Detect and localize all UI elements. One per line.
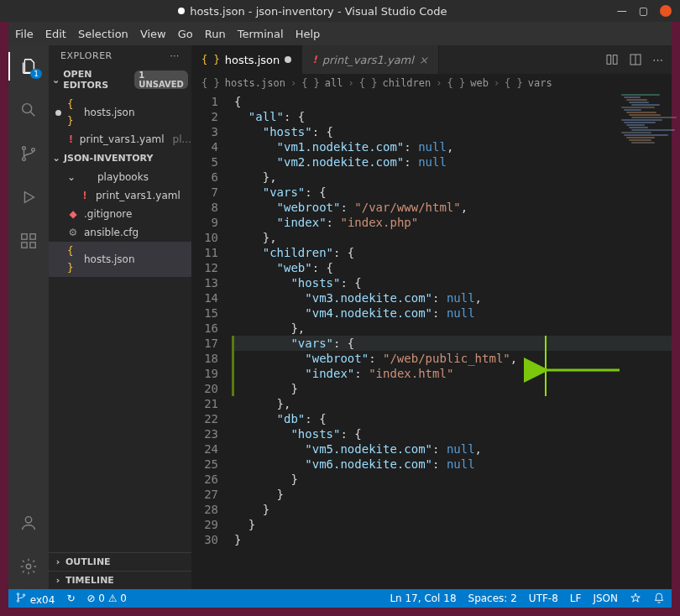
more-icon[interactable]: ⋯ bbox=[652, 54, 663, 66]
dirty-dot-icon bbox=[178, 8, 185, 14]
feedback-icon[interactable] bbox=[630, 593, 641, 604]
breadcrumb-segment[interactable]: hosts.json bbox=[225, 77, 285, 89]
svg-point-1 bbox=[23, 147, 26, 150]
breadcrumb-segment[interactable]: vars bbox=[528, 77, 552, 89]
timeline-section[interactable]: › TIMELINE bbox=[49, 571, 191, 589]
yaml-file-icon: ! bbox=[67, 131, 75, 148]
bell-icon[interactable] bbox=[653, 593, 665, 604]
os-titlebar: hosts.json - json-inventory - Visual Stu… bbox=[0, 0, 680, 22]
status-lang[interactable]: JSON bbox=[593, 593, 618, 604]
line-gutter: 1234567891011121314151617181920212223242… bbox=[191, 92, 232, 589]
open-editor-item[interactable]: !print_vars1.yamlpl... bbox=[49, 130, 191, 149]
svg-point-2 bbox=[23, 158, 26, 161]
svg-point-8 bbox=[25, 517, 31, 523]
svg-rect-4 bbox=[22, 234, 27, 239]
window-title: hosts.json - json-inventory - Visual Stu… bbox=[190, 5, 447, 18]
file-tree-item[interactable]: ⌄playbooks bbox=[49, 168, 191, 186]
menu-view[interactable]: View bbox=[140, 28, 166, 40]
sidebar-title: EXPLORER bbox=[60, 50, 112, 61]
activity-settings[interactable] bbox=[8, 552, 49, 581]
activity-explorer[interactable]: 1 bbox=[8, 52, 49, 81]
workspace-header[interactable]: ⌄ JSON-INVENTORY bbox=[49, 150, 191, 166]
breadcrumb-segment[interactable]: children bbox=[382, 77, 431, 89]
compare-icon[interactable] bbox=[605, 53, 619, 66]
breadcrumb-segment[interactable]: web bbox=[470, 77, 489, 89]
status-problems[interactable]: ⊘ 0 ⚠ 0 bbox=[86, 593, 127, 604]
status-eol[interactable]: LF bbox=[570, 593, 582, 604]
minimize-button[interactable]: — bbox=[617, 5, 627, 17]
activity-run-debug[interactable] bbox=[8, 183, 49, 211]
menu-help[interactable]: Help bbox=[296, 28, 321, 40]
status-branch[interactable]: ex04 bbox=[15, 592, 55, 606]
sidebar: EXPLORER ⋯ ⌄ OPEN EDITORS 1 UNSAVED { }h… bbox=[49, 45, 191, 589]
menu-bar: File Edit Selection View Go Run Terminal… bbox=[8, 22, 672, 45]
split-icon[interactable] bbox=[629, 53, 642, 66]
svg-point-15 bbox=[17, 599, 18, 601]
gear-icon bbox=[19, 557, 38, 576]
branch-icon bbox=[19, 144, 38, 163]
menu-file[interactable]: File bbox=[15, 28, 34, 40]
svg-point-16 bbox=[23, 593, 24, 595]
sidebar-more-icon[interactable]: ⋯ bbox=[170, 50, 180, 61]
svg-rect-10 bbox=[607, 55, 611, 65]
file-tree-item[interactable]: ◆.gitignore bbox=[49, 205, 191, 223]
status-encoding[interactable]: UTF-8 bbox=[529, 593, 558, 604]
svg-point-0 bbox=[23, 104, 32, 113]
svg-rect-5 bbox=[30, 234, 35, 239]
file-tree-item[interactable]: { }hosts.json bbox=[49, 242, 191, 277]
git-file-icon: ◆ bbox=[67, 206, 79, 222]
file-tree-item[interactable]: ⚙ansible.cfg bbox=[49, 223, 191, 242]
editor-tab[interactable]: !print_vars1.yaml× bbox=[302, 45, 439, 74]
activity-extensions[interactable] bbox=[8, 227, 49, 255]
menu-run[interactable]: Run bbox=[205, 28, 226, 40]
editor-group: { }hosts.json!print_vars1.yaml× ⋯ { }hos… bbox=[191, 45, 672, 589]
object-icon: { } bbox=[359, 77, 378, 89]
outline-section[interactable]: › OUTLINE bbox=[49, 552, 191, 571]
explorer-badge: 1 bbox=[30, 69, 42, 79]
breadcrumb[interactable]: { }hosts.json›{ }all›{ }children›{ }web›… bbox=[191, 74, 672, 92]
code-editor[interactable]: 1234567891011121314151617181920212223242… bbox=[191, 92, 672, 589]
svg-rect-7 bbox=[30, 243, 35, 248]
status-spaces[interactable]: Spaces: 2 bbox=[468, 593, 517, 604]
svg-point-9 bbox=[26, 564, 31, 569]
yaml-file-icon: ! bbox=[79, 187, 91, 204]
dirty-dot-icon bbox=[55, 110, 61, 116]
activity-search[interactable] bbox=[8, 96, 49, 124]
open-editors-header[interactable]: ⌄ OPEN EDITORS 1 UNSAVED bbox=[49, 66, 191, 93]
open-editor-item[interactable]: { }hosts.json bbox=[49, 95, 191, 130]
minimap[interactable] bbox=[620, 94, 670, 195]
svg-rect-11 bbox=[613, 55, 617, 65]
object-icon: { } bbox=[201, 77, 220, 89]
breadcrumb-segment[interactable]: all bbox=[325, 77, 343, 89]
menu-selection[interactable]: Selection bbox=[78, 28, 128, 40]
chevron-right-icon: › bbox=[54, 575, 62, 586]
object-icon: { } bbox=[301, 77, 320, 89]
close-button[interactable] bbox=[660, 5, 672, 17]
svg-point-14 bbox=[17, 593, 18, 594]
chevron-down-icon: ⌄ bbox=[67, 169, 76, 185]
status-sync[interactable]: ↻ bbox=[66, 593, 75, 604]
file-tree-item[interactable]: !print_vars1.yaml bbox=[49, 186, 191, 205]
status-lncol[interactable]: Ln 17, Col 18 bbox=[390, 593, 456, 604]
tab-bar: { }hosts.json!print_vars1.yaml× ⋯ bbox=[191, 45, 672, 74]
object-icon: { } bbox=[447, 77, 466, 89]
chevron-down-icon: ⌄ bbox=[52, 75, 60, 86]
maximize-button[interactable]: ▢ bbox=[639, 5, 648, 17]
menu-go[interactable]: Go bbox=[178, 28, 193, 40]
svg-point-3 bbox=[32, 149, 35, 152]
activity-bar: 1 bbox=[8, 45, 49, 589]
status-bar: ex04 ↻ ⊘ 0 ⚠ 0 Ln 17, Col 18 Spaces: 2 U… bbox=[8, 589, 672, 608]
user-icon bbox=[19, 514, 38, 532]
activity-account[interactable] bbox=[8, 509, 49, 537]
unsaved-badge: 1 UNSAVED bbox=[134, 70, 188, 89]
json-file-icon: { } bbox=[201, 54, 220, 65]
chevron-right-icon: › bbox=[54, 556, 62, 567]
svg-rect-6 bbox=[22, 243, 27, 248]
extensions-icon bbox=[19, 232, 38, 250]
menu-edit[interactable]: Edit bbox=[45, 28, 66, 40]
editor-tab[interactable]: { }hosts.json bbox=[191, 45, 302, 74]
close-icon[interactable]: × bbox=[419, 54, 428, 66]
code-content[interactable]: { "all": { "hosts": { "vm1.nodekite.com"… bbox=[234, 92, 672, 589]
menu-terminal[interactable]: Terminal bbox=[238, 28, 284, 40]
activity-source-control[interactable] bbox=[8, 139, 49, 168]
